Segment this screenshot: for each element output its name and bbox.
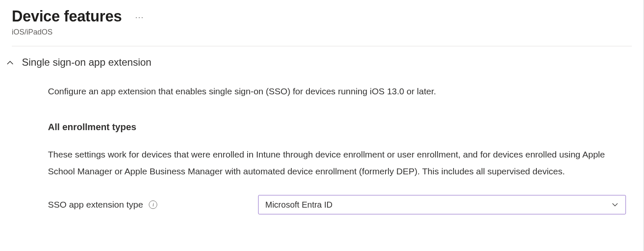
sso-type-row: SSO app extension type i Microsoft Entra… — [48, 195, 632, 214]
enrollment-types-description: These settings work for devices that wer… — [48, 146, 632, 180]
info-icon[interactable]: i — [149, 200, 157, 209]
more-icon[interactable]: ··· — [135, 13, 144, 22]
field-label-wrap: SSO app extension type i — [48, 200, 258, 210]
section-description: Configure an app extension that enables … — [48, 85, 632, 97]
page-header: Device features ··· iOS/iPadOS — [0, 0, 644, 42]
page-subtitle: iOS/iPadOS — [12, 28, 632, 37]
sso-type-label: SSO app extension type — [48, 200, 143, 210]
chevron-down-icon — [611, 201, 619, 208]
title-row: Device features ··· — [12, 8, 632, 25]
section-title: Single sign-on app extension — [22, 56, 151, 68]
chevron-up-icon — [6, 59, 14, 67]
section-body: Configure an app extension that enables … — [48, 85, 632, 214]
dropdown-value: Microsoft Entra ID — [265, 200, 333, 210]
enrollment-types-heading: All enrollment types — [48, 122, 632, 133]
content-area: Single sign-on app extension Configure a… — [0, 46, 644, 214]
page-title: Device features — [12, 8, 122, 25]
sso-type-dropdown[interactable]: Microsoft Entra ID — [258, 195, 626, 214]
section-toggle[interactable]: Single sign-on app extension — [6, 56, 632, 68]
